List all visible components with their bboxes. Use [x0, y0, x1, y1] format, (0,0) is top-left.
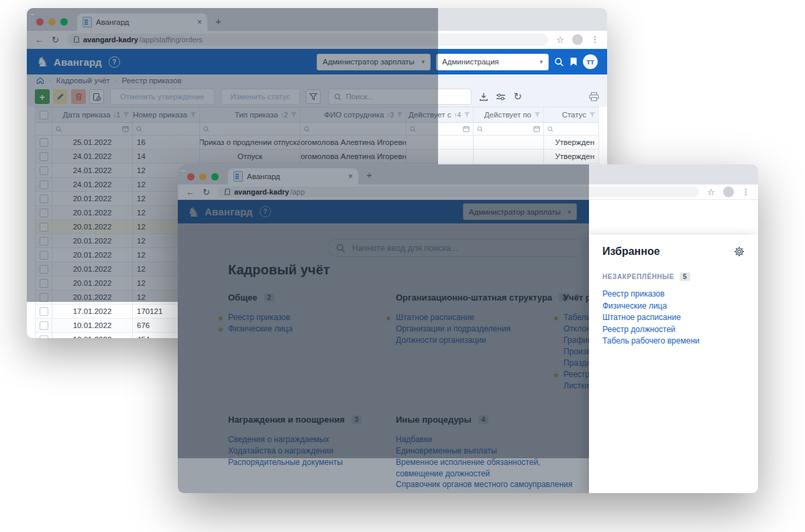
- filter-funnel-icon[interactable]: [290, 111, 297, 118]
- bookmark-icon[interactable]: [570, 57, 578, 66]
- close-window-button[interactable]: [36, 18, 44, 25]
- section-link[interactable]: Временное исполнение обязанностей, совме…: [396, 457, 589, 479]
- column-header[interactable]: Номер приказа: [133, 107, 200, 122]
- user-avatar[interactable]: ТТ: [583, 54, 598, 69]
- print-button[interactable]: [589, 92, 599, 101]
- column-header[interactable]: Тип приказа↑2: [200, 107, 301, 122]
- favorites-item[interactable]: Реестр должностей: [602, 325, 745, 337]
- section-link[interactable]: Ходатайства о награждении: [228, 445, 386, 457]
- row-checkbox[interactable]: [40, 223, 48, 231]
- tab-close-icon[interactable]: ×: [197, 17, 202, 27]
- section-link[interactable]: ★Табель р: [564, 312, 589, 323]
- calendar-icon[interactable]: [463, 125, 470, 132]
- gear-icon[interactable]: [734, 246, 745, 257]
- reload-icon[interactable]: ↻: [52, 35, 59, 45]
- section-link[interactable]: Праздни: [564, 358, 589, 369]
- row-checkbox[interactable]: [40, 265, 48, 274]
- change-status-button[interactable]: Изменить статус: [221, 89, 301, 105]
- section-link[interactable]: Листки н: [564, 380, 589, 392]
- column-header[interactable]: Статус: [544, 107, 599, 122]
- column-settings-button[interactable]: [496, 93, 506, 101]
- column-filter-input[interactable]: [474, 123, 544, 135]
- browser-tab[interactable]: Авангард ×: [77, 13, 207, 31]
- filter-funnel-icon[interactable]: [464, 111, 470, 118]
- edit-button[interactable]: [53, 89, 68, 104]
- row-checkbox[interactable]: [40, 279, 48, 288]
- minimize-window-button[interactable]: [48, 18, 56, 25]
- help-icon[interactable]: ?: [260, 206, 271, 217]
- section-link[interactable]: Отклоне: [564, 323, 589, 335]
- reload-icon[interactable]: ↻: [203, 187, 210, 197]
- column-header[interactable]: Действует с↑4: [407, 107, 474, 122]
- home-icon[interactable]: [36, 76, 44, 85]
- browser-profile-avatar[interactable]: [572, 34, 583, 45]
- select-all-checkbox[interactable]: [40, 111, 48, 119]
- browser-menu-icon[interactable]: ⋮: [591, 35, 599, 44]
- filter-funnel-icon[interactable]: [534, 111, 541, 118]
- column-header[interactable]: Действует по: [474, 107, 544, 122]
- section-link[interactable]: Справочник органов местного самоуправлен…: [396, 479, 589, 490]
- section-link[interactable]: ★Физические лица: [228, 323, 382, 335]
- row-checkbox[interactable]: [40, 335, 48, 339]
- column-filter-input[interactable]: [200, 123, 301, 135]
- favorite-star-icon[interactable]: ★: [385, 313, 392, 324]
- browser-tab[interactable]: Авангард ×: [228, 168, 358, 184]
- favorites-item[interactable]: Штатное расписание: [602, 313, 745, 325]
- export-download-button[interactable]: [479, 92, 488, 101]
- help-icon[interactable]: ?: [109, 56, 120, 68]
- row-checkbox[interactable]: [40, 321, 48, 330]
- favorites-item[interactable]: Табель рабочего времени: [602, 336, 745, 348]
- row-checkbox[interactable]: [40, 307, 48, 316]
- column-header[interactable]: ФИО сотрудника↑3: [301, 107, 407, 122]
- table-row[interactable]: 25.01.202216Приказ о продлении отпускаБо…: [35, 136, 599, 150]
- favorites-item[interactable]: Физические лица: [602, 301, 745, 313]
- new-tab-button[interactable]: +: [215, 15, 221, 27]
- bookmark-star-icon[interactable]: ☆: [556, 35, 564, 45]
- filter-button[interactable]: [306, 89, 321, 104]
- row-checkbox[interactable]: [40, 237, 48, 246]
- cancel-approval-button[interactable]: Отменить утверждение: [110, 89, 215, 105]
- favorite-star-icon[interactable]: ★: [217, 324, 224, 335]
- approve-document-button[interactable]: [89, 89, 104, 104]
- minimize-window-button[interactable]: [199, 173, 207, 180]
- row-checkbox[interactable]: [40, 195, 48, 203]
- section-link[interactable]: Надбавки: [396, 434, 589, 445]
- address-box[interactable]: avangard-kadry/app/staffing/orders: [67, 34, 548, 46]
- browser-menu-icon[interactable]: ⋮: [742, 187, 750, 197]
- browser-profile-avatar[interactable]: [723, 187, 734, 197]
- maximize-window-button[interactable]: [60, 18, 68, 25]
- table-row[interactable]: 24.01.202214ОтпускБогомолова Алевтина Иг…: [35, 150, 599, 164]
- refresh-button[interactable]: ↻: [513, 91, 522, 103]
- section-link[interactable]: Единовременные выплаты: [396, 445, 589, 457]
- table-search-input[interactable]: Поиск...: [328, 89, 472, 105]
- row-checkbox[interactable]: [40, 152, 48, 161]
- row-checkbox[interactable]: [40, 293, 48, 302]
- role-select[interactable]: Администратор зарплаты и ка... ▾: [317, 54, 431, 70]
- back-icon[interactable]: ←: [186, 187, 195, 197]
- address-box[interactable]: avangard-kadry/app: [218, 187, 699, 197]
- close-window-button[interactable]: [187, 173, 195, 180]
- favorite-star-icon[interactable]: ★: [553, 313, 559, 324]
- row-checkbox[interactable]: [40, 180, 48, 189]
- traffic-lights[interactable]: [36, 18, 68, 25]
- row-checkbox[interactable]: [40, 138, 48, 147]
- back-icon[interactable]: ←: [35, 35, 44, 45]
- delete-button[interactable]: [71, 89, 86, 104]
- column-header[interactable]: Дата приказа↓1: [52, 107, 133, 122]
- column-filter-input[interactable]: [544, 123, 599, 135]
- section-link[interactable]: ★Реестр приказов: [228, 312, 382, 323]
- filter-funnel-icon[interactable]: [123, 111, 129, 118]
- filter-funnel-icon[interactable]: [190, 111, 197, 118]
- column-filter-input[interactable]: [407, 123, 474, 135]
- favorite-star-icon[interactable]: ★: [553, 370, 559, 381]
- maximize-window-button[interactable]: [211, 173, 219, 180]
- favorites-item[interactable]: Реестр приказов: [602, 289, 745, 301]
- row-checkbox[interactable]: [40, 166, 48, 175]
- column-filter-input[interactable]: [301, 123, 407, 135]
- section-link[interactable]: Организации и подразделения: [396, 323, 557, 335]
- section-link[interactable]: ★Реестр д: [564, 369, 589, 380]
- role-select[interactable]: Администратор зарплаты и к... ▾: [463, 203, 577, 220]
- breadcrumb-item[interactable]: Кадровый учёт: [56, 76, 110, 85]
- calendar-icon[interactable]: [122, 125, 129, 132]
- bookmark-star-icon[interactable]: ☆: [707, 187, 715, 197]
